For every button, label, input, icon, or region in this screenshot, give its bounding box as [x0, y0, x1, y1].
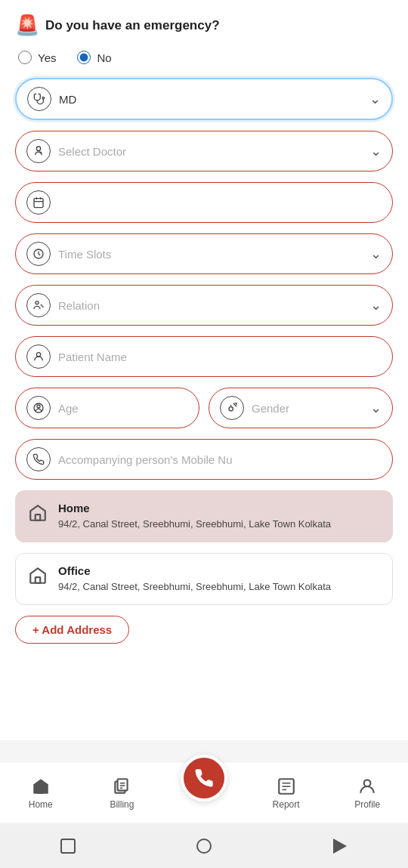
- specialty-field[interactable]: MD ⌄: [15, 78, 393, 120]
- report-nav-icon: [277, 777, 296, 796]
- svg-rect-19: [118, 779, 128, 790]
- office-address-icon: [28, 566, 48, 590]
- relation-field[interactable]: Relation ⌄: [15, 285, 393, 326]
- select-doctor-placeholder: Select Doctor: [58, 145, 366, 158]
- gender-chevron: ⌄: [370, 400, 382, 416]
- profile-nav-icon: [357, 777, 377, 796]
- radio-group: Yes No: [15, 51, 393, 64]
- svg-point-9: [36, 301, 39, 304]
- radio-yes[interactable]: Yes: [18, 51, 56, 64]
- stethoscope-icon: [27, 87, 51, 111]
- age-placeholder: Age: [58, 402, 188, 415]
- nav-profile[interactable]: Profile: [345, 777, 390, 810]
- recents-icon: [60, 839, 76, 854]
- nav-report[interactable]: Report: [264, 777, 309, 810]
- relation-chevron: ⌄: [370, 297, 382, 314]
- office-address-title: Office: [58, 564, 331, 577]
- home-address-card[interactable]: Home 94/2, Canal Street, Sreebhumi, Sree…: [15, 490, 393, 542]
- patient-name-field[interactable]: Patient Name: [15, 336, 393, 377]
- nav-home[interactable]: Home: [18, 777, 63, 810]
- gender-icon: [220, 396, 244, 420]
- system-home-button[interactable]: [194, 836, 214, 856]
- system-back-button[interactable]: [330, 836, 350, 856]
- billing-nav-icon: [112, 777, 131, 796]
- home-nav-icon: [31, 777, 51, 796]
- svg-rect-4: [34, 199, 43, 208]
- patient-name-placeholder: Patient Name: [58, 351, 382, 363]
- relation-icon: [26, 293, 51, 317]
- emergency-title: Do you have an emergency?: [45, 18, 220, 33]
- specialty-value: MD: [59, 93, 365, 106]
- svg-rect-15: [36, 514, 41, 520]
- home-icon: [196, 839, 212, 854]
- calendar-field[interactable]: [15, 182, 393, 223]
- home-address-detail: 94/2, Canal Street, Sreebhumi, Sreebhumi…: [58, 517, 331, 531]
- age-icon: [26, 396, 51, 420]
- emergency-section: 🚨 Do you have an emergency?: [15, 14, 393, 37]
- bottom-nav: Home Billing Report: [0, 761, 408, 823]
- mobile-field[interactable]: Accompanying person's Mobile Nu: [15, 439, 393, 480]
- relation-placeholder: Relation: [58, 299, 366, 312]
- radio-yes-input[interactable]: [18, 51, 32, 64]
- office-address-detail: 94/2, Canal Street, Sreebhumi, Sreebhumi…: [58, 580, 331, 594]
- home-address-icon: [28, 503, 48, 527]
- system-recents-button[interactable]: [58, 836, 78, 856]
- nav-home-label: Home: [29, 799, 53, 810]
- age-field[interactable]: Age: [15, 388, 199, 428]
- time-slots-placeholder: Time Slots: [58, 248, 366, 261]
- calendar-icon: [26, 190, 51, 215]
- office-address-text: Office 94/2, Canal Street, Sreebhumi, Sr…: [58, 564, 331, 594]
- specialty-chevron: ⌄: [369, 91, 381, 107]
- gender-placeholder: Gender: [252, 402, 366, 415]
- select-doctor-field[interactable]: Select Doctor ⌄: [15, 131, 393, 171]
- call-icon: [193, 768, 215, 789]
- gender-field[interactable]: Gender ⌄: [209, 388, 393, 428]
- nav-report-label: Report: [273, 799, 300, 810]
- svg-point-1: [36, 147, 40, 150]
- clock-icon: [26, 242, 51, 266]
- office-address-card[interactable]: Office 94/2, Canal Street, Sreebhumi, Sr…: [15, 553, 393, 605]
- time-slots-chevron: ⌄: [370, 246, 382, 262]
- radio-no[interactable]: No: [77, 51, 111, 64]
- back-icon: [333, 839, 347, 854]
- svg-point-0: [42, 97, 45, 99]
- nav-call[interactable]: [181, 755, 227, 802]
- mobile-placeholder: Accompanying person's Mobile Nu: [58, 453, 382, 466]
- doctor-icon: [26, 139, 51, 163]
- call-fab[interactable]: [184, 758, 224, 798]
- home-address-title: Home: [58, 502, 331, 514]
- radio-no-label: No: [97, 51, 111, 64]
- phone-icon: [26, 447, 51, 471]
- main-content: 🚨 Do you have an emergency? Yes No MD ⌄: [0, 0, 408, 740]
- person-icon: [26, 344, 51, 369]
- svg-point-12: [37, 405, 40, 408]
- time-slots-field[interactable]: Time Slots ⌄: [15, 233, 393, 274]
- svg-rect-17: [39, 788, 44, 794]
- svg-point-13: [229, 407, 233, 411]
- age-gender-row: Age Gender ⌄: [15, 388, 393, 428]
- add-address-button[interactable]: + Add Address: [15, 616, 129, 644]
- system-nav: [0, 824, 408, 868]
- home-address-text: Home 94/2, Canal Street, Sreebhumi, Sree…: [58, 502, 331, 531]
- nav-billing[interactable]: Billing: [99, 777, 144, 810]
- svg-point-10: [36, 353, 40, 357]
- nav-profile-label: Profile: [354, 799, 380, 810]
- svg-rect-16: [36, 577, 41, 583]
- nav-billing-label: Billing: [110, 799, 134, 810]
- svg-point-27: [364, 780, 371, 786]
- radio-no-input[interactable]: [77, 51, 91, 64]
- radio-yes-label: Yes: [38, 51, 56, 64]
- emergency-icon: 🚨: [15, 14, 39, 37]
- doctor-chevron: ⌄: [370, 143, 382, 159]
